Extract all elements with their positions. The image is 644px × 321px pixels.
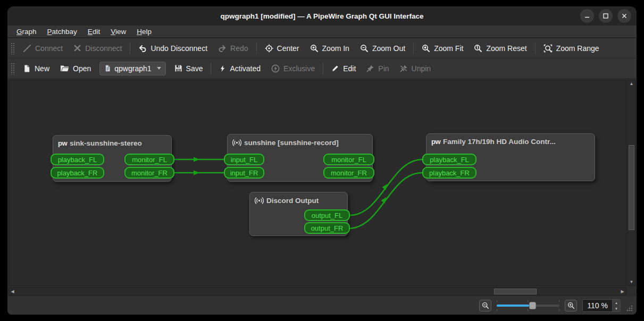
menu-patchbay[interactable]: Patchbay: [43, 27, 82, 37]
redo-button[interactable]: Redo: [213, 41, 253, 56]
scroll-up-icon[interactable]: ▲: [628, 80, 635, 87]
toolbar-separator: [413, 43, 414, 54]
statusbar: 110 % ▲ ▼: [7, 297, 637, 315]
pin-icon: [366, 64, 374, 72]
port-monitor-fl[interactable]: monitor_FL: [124, 154, 174, 165]
patchbay-toolbar: New Open qpwgraph1 Save Activated Exclus…: [7, 58, 637, 79]
center-button[interactable]: Center: [260, 41, 305, 56]
activated-button[interactable]: Activated: [214, 61, 266, 76]
pin-button[interactable]: Pin: [361, 61, 394, 76]
port-monitor-fr[interactable]: monitor_FR: [124, 167, 174, 179]
menu-graph[interactable]: Graph: [12, 27, 41, 37]
vertical-scrollbar-thumb[interactable]: [629, 145, 634, 230]
zoom-out-icon: [360, 44, 369, 53]
zoom-out-button[interactable]: Zoom Out: [355, 41, 411, 56]
unpin-icon: [400, 64, 408, 72]
zoom-reset-icon: [474, 44, 482, 53]
menu-edit[interactable]: Edit: [83, 27, 105, 37]
zoom-fit-button[interactable]: Zoom Fit: [416, 41, 469, 56]
zoom-range-icon: [543, 44, 553, 53]
node-title: sunshine [sunshine-record]: [228, 134, 372, 149]
exclusive-icon: [271, 64, 280, 73]
toolbar-separator: [323, 63, 323, 74]
port-output-fl[interactable]: output_FL: [304, 209, 350, 221]
open-button[interactable]: Open: [55, 61, 96, 76]
scroll-down-icon[interactable]: ▼: [628, 278, 635, 285]
port-monitor-fr[interactable]: monitor_FR: [323, 167, 374, 179]
horizontal-scrollbar[interactable]: ◀ ▶: [9, 288, 626, 295]
slider-tick: [559, 300, 559, 302]
resize-grip[interactable]: [626, 305, 633, 312]
scroll-left-icon[interactable]: ◀: [9, 288, 16, 295]
port-input-fl[interactable]: input_FL: [224, 154, 264, 165]
disconnect-button[interactable]: Disconnect: [68, 41, 127, 56]
zoom-in-button[interactable]: Zoom In: [305, 41, 355, 56]
toolbar-separator: [211, 63, 211, 74]
statusbar-zoom-out-button[interactable]: [479, 300, 491, 311]
connect-button[interactable]: Connect: [18, 41, 68, 56]
zoom-slider[interactable]: [497, 300, 559, 311]
scroll-right-icon[interactable]: ▶: [619, 288, 626, 295]
toolbar-separator: [256, 43, 257, 54]
maximize-button[interactable]: [599, 9, 613, 23]
pipewire-icon: pw: [58, 139, 67, 147]
edit-button[interactable]: Edit: [326, 61, 361, 76]
menu-view[interactable]: View: [106, 27, 131, 37]
save-button[interactable]: Save: [169, 61, 208, 76]
connect-icon: [23, 44, 31, 53]
redo-icon: [218, 44, 227, 53]
toolbar-drag-handle[interactable]: [11, 63, 14, 74]
zoom-slider-handle[interactable]: [529, 302, 536, 309]
zoom-reset-button[interactable]: Zoom Reset: [469, 41, 532, 56]
graph-toolbar: Connect Disconnect Undo Disconnect Redo …: [7, 38, 637, 58]
menubar: Graph Patchbay Edit View Help: [7, 26, 637, 38]
slider-tick: [559, 309, 559, 311]
stream-icon: [255, 196, 264, 205]
close-icon: [622, 13, 627, 19]
port-playback-fl[interactable]: playback_FL: [422, 154, 476, 165]
wire-arrow-icon: [382, 182, 389, 190]
patchbay-file-icon: [104, 64, 111, 72]
minimize-icon: [584, 13, 590, 19]
center-icon: [265, 44, 273, 53]
undo-icon: [138, 44, 147, 53]
unpin-button[interactable]: Unpin: [395, 61, 437, 76]
slider-tick: [528, 300, 528, 302]
app-window: qpwgraph1 [modified] — A PipeWire Graph …: [7, 6, 637, 315]
edit-pencil-icon: [331, 64, 339, 72]
port-playback-fr[interactable]: playback_FR: [51, 167, 104, 179]
menu-help[interactable]: Help: [132, 27, 156, 37]
toolbar-drag-handle[interactable]: [11, 43, 14, 54]
graph-canvas-area: pw sink-sunshine-stereo playback_FL play…: [7, 79, 637, 297]
save-icon: [174, 64, 182, 72]
wire-arrow-icon: [381, 196, 388, 203]
maximize-icon: [603, 13, 608, 19]
port-playback-fr[interactable]: playback_FR: [422, 167, 476, 179]
port-monitor-fl[interactable]: monitor_FL: [323, 154, 374, 165]
new-button[interactable]: New: [18, 61, 55, 76]
horizontal-scrollbar-thumb[interactable]: [494, 289, 537, 294]
port-input-fr[interactable]: input_FR: [224, 167, 264, 179]
stream-icon: [232, 138, 241, 147]
zoom-percent-spinbox[interactable]: 110 % ▲ ▼: [582, 299, 621, 312]
port-playback-fl[interactable]: playback_FL: [51, 154, 104, 165]
titlebar[interactable]: qpwgraph1 [modified] — A PipeWire Graph …: [7, 6, 637, 26]
spin-up-icon[interactable]: ▲: [613, 300, 620, 306]
vertical-scrollbar[interactable]: ▲ ▼: [628, 80, 635, 286]
minimize-button[interactable]: [580, 9, 594, 23]
zoom-range-button[interactable]: Zoom Range: [538, 41, 605, 56]
wire-arrow-icon: [194, 171, 199, 175]
exclusive-button[interactable]: Exclusive: [266, 61, 320, 76]
patchbay-file-combo[interactable]: qpwgraph1: [99, 62, 165, 75]
spin-down-icon[interactable]: ▼: [613, 306, 620, 311]
statusbar-zoom-in-button[interactable]: [565, 300, 577, 311]
close-button[interactable]: [617, 9, 631, 23]
patchbay-file-value: qpwgraph1: [114, 64, 151, 73]
zoom-percent-value: 110 %: [583, 300, 612, 311]
wire-arrow-icon: [194, 157, 199, 162]
connection-wires: [9, 80, 626, 286]
toolbar-separator: [130, 43, 130, 54]
undo-disconnect-button[interactable]: Undo Disconnect: [133, 41, 213, 56]
graph-canvas[interactable]: pw sink-sunshine-stereo playback_FL play…: [9, 80, 626, 286]
port-output-fr[interactable]: output_FR: [304, 222, 350, 234]
